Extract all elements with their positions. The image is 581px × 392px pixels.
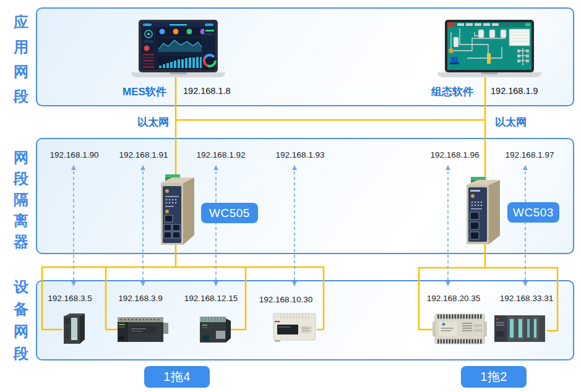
- isolator-ip-2: 192.168.1.91: [119, 150, 168, 160]
- isolator-ip-5: 192.168.1.96: [431, 150, 480, 160]
- scada-software-label: 组态软件: [431, 85, 473, 99]
- plc-delta-image: [433, 312, 487, 346]
- ethernet-label-right: 以太网: [495, 115, 527, 129]
- isolator-ip-3: 192.168.1.92: [197, 150, 246, 160]
- ethernet-label-left: 以太网: [137, 115, 169, 129]
- isolator-ip-6: 192.168.1.97: [506, 150, 554, 160]
- group-chip-1to4: 1拖4: [144, 366, 210, 388]
- mes-ip-label: 192.168.1.8: [183, 86, 231, 96]
- device-ip-3: 192.168.12.15: [184, 294, 238, 303]
- network-topology-diagram: 应用网段 网段隔离器 设备网段: [0, 0, 581, 392]
- plc-mitsubishi-q-image: [493, 313, 546, 344]
- group-chip-1to2: 1拖2: [461, 366, 527, 388]
- plc-s7-200-image: [116, 315, 170, 343]
- wc503-gateway-image: [460, 176, 504, 249]
- wc505-gateway-image: [155, 174, 198, 250]
- scada-ip-label: 192.168.1.9: [491, 86, 538, 96]
- isolator-ip-4: 192.168.1.93: [276, 150, 325, 160]
- device-ip-2: 192.168.3.9: [118, 294, 162, 303]
- device-ip-5: 192.168.20.35: [427, 294, 480, 303]
- section-label-device: 设备网段: [12, 276, 30, 365]
- section-label-application: 应用网段: [12, 10, 30, 109]
- scada-laptop-image: [435, 20, 544, 79]
- mes-software-label: MES软件: [123, 85, 166, 99]
- mes-laptop-image: [129, 20, 228, 79]
- device-ip-1: 192.168.3.5: [48, 294, 92, 303]
- wc505-chip: WC505: [201, 203, 258, 223]
- isolator-ip-1: 192.168.1.90: [50, 150, 99, 160]
- plc-compact-image: [199, 315, 232, 345]
- section-label-isolator: 网段隔离器: [12, 147, 30, 252]
- device-ip-6: 192.168.33.31: [500, 294, 553, 303]
- device-ip-4: 192.168.10.30: [259, 295, 312, 304]
- plc-s7-300-image: [61, 312, 87, 346]
- plc-mitsubishi-fx-image: [272, 311, 318, 343]
- wc503-chip: WC503: [507, 202, 559, 223]
